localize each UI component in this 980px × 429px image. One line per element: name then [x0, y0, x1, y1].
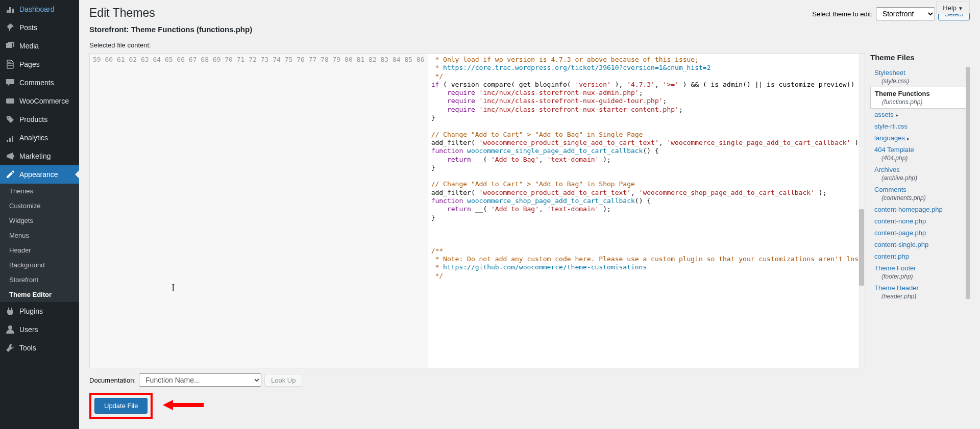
pin-icon: [5, 22, 15, 33]
svg-marker-2: [163, 400, 204, 410]
file-theme-functions[interactable]: Theme Functions(functions.php): [870, 87, 966, 109]
documentation-label: Documentation:: [89, 376, 136, 384]
file-stylesheet[interactable]: Stylesheet(style.css): [870, 67, 966, 87]
documentation-select[interactable]: Function Name...: [139, 373, 261, 387]
menu-appearance[interactable]: Appearance: [0, 165, 79, 184]
plugin-icon: [5, 306, 15, 316]
submenu-themes[interactable]: Themes: [0, 184, 79, 198]
menu-media[interactable]: Media: [0, 37, 79, 55]
menu-label: WooCommerce: [19, 97, 69, 105]
menu-analytics[interactable]: Analytics: [0, 129, 79, 147]
menu-label: Posts: [19, 23, 37, 32]
file-content-none-php[interactable]: content-none.php: [870, 215, 966, 227]
lookup-button[interactable]: Look Up: [264, 374, 302, 387]
selected-file-label: Selected file content:: [89, 41, 970, 49]
menu-dashboard[interactable]: Dashboard: [0, 0, 79, 18]
menu-label: Media: [19, 42, 39, 50]
svg-rect-0: [6, 98, 14, 104]
callout-arrow-icon: [163, 397, 204, 415]
menu-woocommerce[interactable]: WooCommerce: [0, 92, 79, 110]
code-editor[interactable]: 59 60 61 62 63 64 65 66 67 68 69 70 71 7…: [89, 53, 865, 368]
comment-icon: [5, 78, 15, 88]
media-icon: [5, 41, 15, 51]
submenu-theme-editor[interactable]: Theme Editor: [0, 287, 79, 302]
menu-label: Comments: [19, 79, 54, 87]
product-icon: [5, 114, 15, 124]
file-404-template[interactable]: 404 Template(404.php): [870, 144, 966, 164]
editor-scrollbar[interactable]: [859, 54, 865, 368]
submenu-header[interactable]: Header: [0, 243, 79, 258]
dashboard-icon: [5, 4, 15, 14]
file-languages[interactable]: languages: [870, 132, 966, 144]
menu-plugins[interactable]: Plugins: [0, 302, 79, 320]
file-style-rtl-css[interactable]: style-rtl.css: [870, 120, 966, 132]
select-theme-label: Select theme to edit:: [812, 10, 873, 18]
submenu-customize[interactable]: Customize: [0, 198, 79, 213]
theme-files-title: Theme Files: [870, 53, 970, 62]
menu-label: Dashboard: [19, 5, 55, 13]
marketing-icon: [5, 151, 15, 161]
analytics-icon: [5, 133, 15, 143]
file-archives[interactable]: Archives(archive.php): [870, 164, 966, 184]
menu-pages[interactable]: Pages: [0, 55, 79, 73]
theme-subtitle: Storefront: Theme Functions (functions.p…: [89, 25, 252, 34]
page-icon: [5, 59, 15, 69]
menu-tools[interactable]: Tools: [0, 339, 79, 357]
user-icon: [5, 324, 15, 335]
tool-icon: [5, 343, 15, 353]
theme-file-list: Stylesheet(style.css)Theme Functions(fun…: [870, 67, 970, 299]
menu-marketing[interactable]: Marketing: [0, 147, 79, 165]
main-content: Help▼ Edit Themes Storefront: Theme Func…: [79, 0, 980, 429]
file-theme-footer[interactable]: Theme Footer(footer.php): [870, 262, 966, 282]
admin-sidebar: DashboardPostsMediaPagesCommentsWooComme…: [0, 0, 79, 429]
menu-label: Analytics: [19, 134, 48, 142]
menu-users[interactable]: Users: [0, 320, 79, 339]
woo-icon: [5, 96, 15, 106]
file-comments[interactable]: Comments(comments.php): [870, 184, 966, 204]
menu-products[interactable]: Products: [0, 110, 79, 129]
file-assets[interactable]: assets: [870, 109, 966, 120]
update-file-button[interactable]: Update File: [94, 398, 148, 414]
appearance-icon: [5, 169, 15, 180]
submenu-storefront[interactable]: Storefront: [0, 272, 79, 287]
menu-label: Pages: [19, 60, 40, 68]
file-theme-header[interactable]: Theme Header(header.php): [870, 282, 966, 299]
file-content-page-php[interactable]: content-page.php: [870, 227, 966, 239]
menu-posts[interactable]: Posts: [0, 18, 79, 37]
menu-label: Tools: [19, 344, 36, 352]
submenu-widgets[interactable]: Widgets: [0, 213, 79, 228]
submenu-menus[interactable]: Menus: [0, 228, 79, 243]
menu-comments[interactable]: Comments: [0, 73, 79, 92]
theme-select[interactable]: Storefront: [876, 7, 935, 20]
file-content-homepage-php[interactable]: content-homepage.php: [870, 204, 966, 215]
file-content-single-php[interactable]: content-single.php: [870, 239, 966, 250]
file-content-php[interactable]: content.php: [870, 250, 966, 262]
menu-label: Products: [19, 115, 47, 123]
menu-label: Marketing: [19, 152, 51, 160]
help-tab[interactable]: Help▼: [936, 1, 970, 14]
menu-label: Plugins: [19, 307, 43, 315]
submenu-background[interactable]: Background: [0, 258, 79, 272]
menu-label: Users: [19, 325, 38, 334]
svg-point-1: [8, 325, 12, 330]
update-file-highlight: Update File: [89, 393, 153, 419]
menu-label: Appearance: [19, 170, 58, 179]
